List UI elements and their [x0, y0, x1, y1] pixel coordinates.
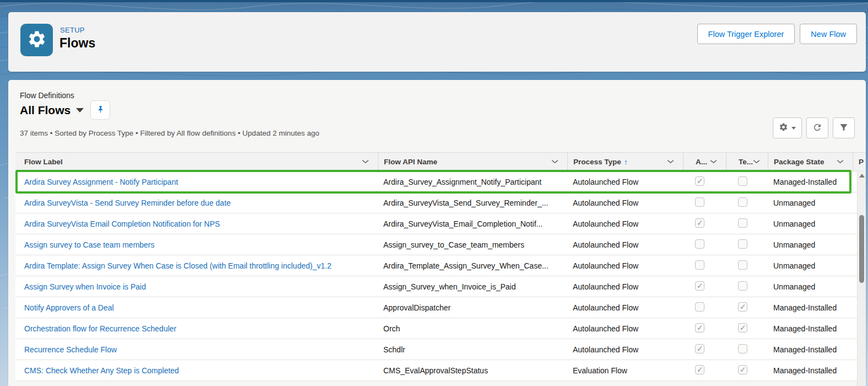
chevron-down-icon[interactable]	[667, 159, 674, 164]
template-checkbox	[738, 344, 747, 353]
active-cell	[683, 218, 726, 229]
table-row[interactable]: Orchestration flow for Recurrence Schedu…	[15, 318, 866, 339]
list-settings-button[interactable]	[773, 117, 802, 138]
flow-label-link[interactable]: Ardira SurveyVista - Send Survey Reminde…	[24, 199, 231, 207]
table-row[interactable]: Ardira SurveyVista Email Completion Noti…	[15, 213, 866, 234]
active-cell	[683, 197, 726, 208]
filter-button[interactable]	[833, 117, 855, 138]
list-view-selector[interactable]: All Flows	[20, 104, 84, 117]
flow-label-link[interactable]: Orchestration flow for Recurrence Schedu…	[24, 324, 176, 333]
table-row[interactable]: Ardira Survey Assignment - Notify Partic…	[15, 171, 866, 192]
active-checkbox	[695, 281, 704, 291]
template-checkbox	[738, 302, 747, 312]
list-view-card: Flow Definitions All Flows 37 items • So…	[8, 80, 866, 386]
vertical-scrollbar[interactable]	[857, 172, 866, 386]
table-body: Ardira Survey Assignment - Notify Partic…	[15, 171, 866, 381]
chevron-down-icon[interactable]	[551, 159, 558, 164]
flow-trigger-explorer-button[interactable]: Flow Trigger Explorer	[697, 24, 795, 44]
table-row[interactable]: Ardira SurveyVista - Send Survey Reminde…	[15, 192, 866, 213]
process-type-cell: Evaluation Flow	[567, 366, 683, 375]
flow-label-link[interactable]: Notify Approvers of a Deal	[24, 303, 114, 312]
process-type-cell: Autolaunched Flow	[567, 303, 683, 312]
active-cell	[683, 260, 726, 271]
flows-table: Flow LabelFlow API NameProcess Type↑A...…	[15, 152, 866, 381]
package-state-cell: Managed-Installed	[768, 366, 853, 375]
template-cell	[726, 260, 768, 271]
column-header-flow-label[interactable]: Flow Label	[15, 153, 378, 171]
chevron-down-icon[interactable]	[710, 159, 717, 164]
flow-label-cell: Ardira Template: Assign Survey When Case…	[15, 261, 378, 270]
refresh-button[interactable]	[806, 117, 828, 138]
template-checkbox	[738, 281, 747, 291]
template-cell	[726, 176, 768, 187]
table-row[interactable]: CMS: Check Whether Any Step is Completed…	[15, 360, 866, 381]
active-checkbox	[695, 260, 704, 270]
flow-label-cell: Ardira SurveyVista - Send Survey Reminde…	[15, 199, 378, 207]
package-state-cell: Managed-Installed	[768, 178, 853, 186]
flow-label-link[interactable]: Assign Survey when Invoice is Paid	[24, 282, 146, 291]
flow-api-name-cell: ApprovalDispatcher	[378, 303, 567, 312]
package-state-cell: Unmanaged	[768, 219, 853, 228]
active-checkbox	[695, 176, 704, 186]
flow-label-cell: Assign Survey when Invoice is Paid	[15, 282, 378, 291]
chevron-down-icon[interactable]	[837, 159, 844, 164]
column-label: P	[859, 158, 864, 166]
active-checkbox	[695, 302, 704, 312]
scrollbar-thumb[interactable]	[859, 215, 864, 283]
page-title: Flows	[59, 36, 95, 51]
list-controls	[773, 117, 855, 138]
active-checkbox	[695, 365, 704, 374]
template-cell	[726, 302, 768, 313]
active-checkbox	[695, 344, 704, 353]
template-checkbox	[738, 365, 747, 374]
package-state-cell: Managed-Installed	[768, 345, 853, 354]
column-header-process-type[interactable]: Process Type↑	[567, 153, 683, 171]
flow-label-link[interactable]: Recurrence Schedule Flow	[24, 345, 117, 354]
table-row[interactable]: Ardira Template: Assign Survey When Case…	[15, 255, 866, 276]
filter-icon	[839, 122, 849, 134]
column-label: A...	[696, 158, 707, 166]
process-type-cell: Autolaunched Flow	[567, 282, 683, 291]
flow-label-cell: Notify Approvers of a Deal	[15, 303, 378, 312]
flow-label-cell: Assign survey to Case team members	[15, 240, 378, 249]
table-row[interactable]: Notify Approvers of a DealApprovalDispat…	[15, 297, 866, 318]
process-type-cell: Autolaunched Flow	[567, 219, 683, 228]
column-label: Te...	[739, 158, 753, 166]
process-type-cell: Autolaunched Flow	[567, 261, 683, 270]
active-cell	[683, 176, 726, 187]
chevron-down-icon[interactable]	[362, 159, 369, 164]
chevron-down-icon	[791, 127, 796, 130]
chevron-down-icon[interactable]	[753, 159, 760, 164]
flow-label-link[interactable]: CMS: Check Whether Any Step is Completed	[24, 366, 179, 375]
flow-api-name-cell: CMS_EvalApprovalStepStatus	[378, 366, 567, 375]
template-checkbox	[738, 323, 747, 333]
scroll-up-arrow-icon[interactable]	[859, 174, 865, 178]
view-name: All Flows	[20, 104, 70, 117]
flow-label-link[interactable]: Ardira SurveyVista Email Completion Noti…	[24, 219, 220, 228]
flow-label-link[interactable]: Ardira Template: Assign Survey When Case…	[24, 261, 332, 270]
flow-label-link[interactable]: Assign survey to Case team members	[24, 240, 155, 249]
flow-api-name-cell: Schdlr	[378, 345, 567, 354]
active-checkbox	[695, 197, 704, 207]
column-header-a[interactable]: A...	[683, 153, 726, 171]
template-cell	[726, 323, 768, 334]
flow-api-name-cell: Ardira_Survey_Assignment_Notify_Particip…	[378, 178, 567, 186]
flow-label-link[interactable]: Ardira Survey Assignment - Notify Partic…	[24, 178, 178, 186]
package-state-cell: Managed-Installed	[768, 303, 853, 312]
column-header-flow-api-name[interactable]: Flow API Name	[378, 153, 567, 171]
column-label: Flow Label	[24, 158, 63, 166]
process-type-cell: Autolaunched Flow	[567, 324, 683, 333]
column-header-te[interactable]: Te...	[726, 153, 768, 171]
new-flow-button[interactable]: New Flow	[800, 24, 857, 44]
table-row[interactable]: Recurrence Schedule FlowSchdlrAutolaunch…	[15, 339, 866, 360]
table-row[interactable]: Assign Survey when Invoice is PaidAssign…	[15, 276, 866, 297]
process-type-cell: Autolaunched Flow	[567, 199, 683, 207]
pin-list-view-button[interactable]	[90, 100, 110, 120]
column-header-package-state[interactable]: Package State	[768, 153, 853, 171]
table-row[interactable]: Assign survey to Case team membersAssign…	[15, 234, 866, 255]
header-button-group: Flow Trigger Explorer New Flow	[697, 24, 857, 44]
chevron-down-icon	[76, 108, 84, 112]
column-header-p[interactable]: P	[853, 153, 866, 171]
template-checkbox	[738, 260, 747, 270]
template-checkbox	[738, 239, 747, 249]
